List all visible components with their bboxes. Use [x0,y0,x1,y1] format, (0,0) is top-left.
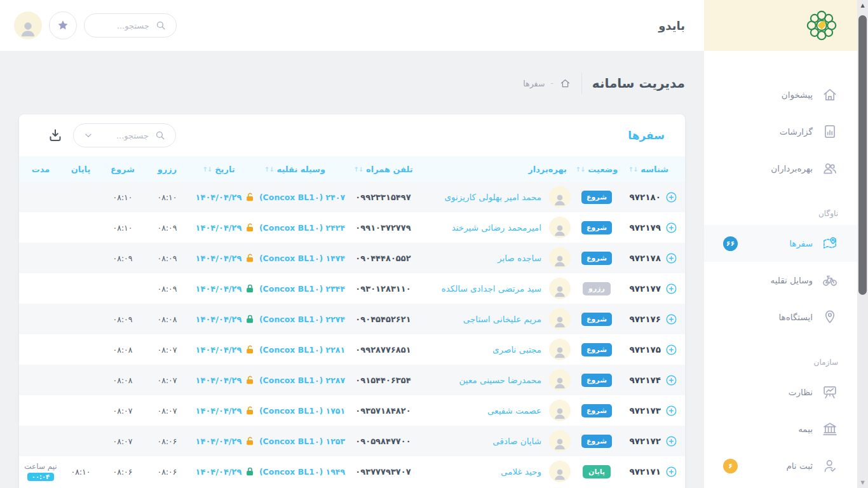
reserve-time: ۰۸:۰۶ [145,456,189,487]
vehicle-link[interactable]: (Concox BL1۰) ۲۲۸۱ [259,345,345,355]
expand-row-icon[interactable] [665,252,677,264]
sidebar-item-reports[interactable]: گزارشات [704,113,857,150]
start-time: ۰۸:۱۰ [100,212,145,243]
operator-name-link[interactable]: ساجده صابر [498,253,541,263]
home-icon[interactable] [559,78,571,90]
expand-row-icon[interactable] [665,191,677,203]
column-header[interactable]: وسیله نقلیه↓↑ [248,165,342,174]
download-icon[interactable] [48,128,63,143]
favorites-button[interactable] [49,11,77,39]
sort-icon[interactable]: ↓↑ [202,166,212,173]
search-icon [154,19,167,32]
vehicle-link[interactable]: (Concox BL1۰) ۲۲۷۴ [259,315,345,324]
column-header[interactable]: تاریخ↓↑ [189,165,248,174]
trip-date: ۱۴۰۴/۰۴/۲۹ [189,273,248,304]
end-time [61,395,100,426]
duration-cell [20,243,61,273]
operator-name-link[interactable]: مجتبی ناصری [492,344,541,355]
sidebar-item-insurance[interactable]: بیمه [704,410,857,447]
trip-row: ۹۷۲۱۸۰شروعمحمد امیر بهلولی کاریزنوی۰۹۹۲۳… [19,182,685,212]
user-avatar[interactable] [14,11,42,39]
column-header[interactable]: تلفن همراه↓↑ [342,165,424,174]
operator-name-link[interactable]: محمدرضا حسینی معین [459,375,541,385]
card-title: سفرها [628,129,665,142]
trip-id: ۹۷۲۱۷۱ [630,466,661,477]
expand-row-icon[interactable] [665,222,677,234]
operator-name-link[interactable]: مریم علیخانی استاجی [463,314,541,324]
report-icon [822,123,838,140]
trip-date: ۱۴۰۴/۰۴/۲۹ [189,456,248,487]
end-time [61,182,100,212]
sidebar-item-dashboard[interactable]: پیشخوان [704,76,857,113]
operator-name-link[interactable]: محمد امیر بهلولی کاریزنوی [444,192,541,202]
expand-row-icon[interactable] [665,405,677,417]
chevron-down-icon[interactable] [83,130,94,141]
trip-date: ۱۴۰۴/۰۴/۲۹ [189,304,248,334]
scrollbar[interactable]: ▲ ▼ [857,0,868,488]
sidebar-item-partial[interactable] [704,484,857,488]
sort-icon[interactable]: ↓↑ [628,166,638,173]
vehicle-link[interactable]: (Concox BL1۰) ۲۲۸۷ [259,376,345,385]
trip-id: ۹۷۲۱۷۴ [630,375,661,385]
column-header[interactable]: شناسه↓↑ [621,165,685,174]
sort-icon[interactable]: ↓↑ [353,166,363,173]
vehicle-link[interactable]: (Concox BL1۰) ۱۹۴۹ [259,467,345,477]
sidebar-item-registration[interactable]: ثبت نام۶ [704,447,857,484]
sort-icon[interactable]: ↓↑ [264,166,274,173]
operator-name-link[interactable]: عصمت شفیعی [487,405,541,416]
sort-icon[interactable]: ↓↑ [576,166,585,173]
avatar [549,369,571,391]
operator-name-link[interactable]: شایان صادقی [492,436,541,446]
vehicle-link[interactable]: (Concox BL1۰) ۲۴۲۴ [259,223,345,233]
sidebar-item-operators[interactable]: بهره‌برداران [704,150,857,187]
reserve-time: ۰۸:۰۷ [145,395,189,426]
sidebar-section-label: ناوگان [704,202,857,225]
global-search-input[interactable] [93,21,149,30]
avatar [549,217,571,238]
register-icon [822,458,838,474]
operator-name-link[interactable]: سید مرتضی اجدادی سالکده [442,283,541,294]
start-time: ۰۸:۰۹ [100,304,145,334]
home-icon [822,86,838,103]
scrollbar-down-button[interactable]: ▼ [857,477,868,488]
trip-date: ۱۴۰۴/۰۴/۲۹ [189,426,248,456]
page-content: مدیریت سامانه - سفرها سفرها شناسه↓↑وضعیت… [0,67,704,488]
reserve-time: ۰۸:۰۹ [145,273,189,304]
start-time: ۰۸:۰۷ [100,395,145,426]
sidebar-item-stations[interactable]: ایستگاه‌ها [704,299,857,336]
trip-id: ۹۷۲۱۷۷ [630,283,661,294]
expand-row-icon[interactable] [665,344,677,356]
trip-date: ۱۴۰۴/۰۴/۲۹ [189,182,248,212]
phone-number: ۰۹۳۵۷۱۸۴۸۲۰ [342,395,424,426]
vehicle-link[interactable]: (Concox BL1۰) ۱۲۵۳ [259,437,345,446]
person-silhouette-icon [17,18,39,39]
breadcrumb-current[interactable]: سفرها [523,79,545,88]
vehicle-link[interactable]: (Concox BL1۰) ۲۴۰۷ [259,193,345,202]
sidebar-item-label: سفرها [789,238,813,248]
operator-name-link[interactable]: امیرمحمد رضائی شیرخند [452,222,541,233]
column-label: رزرو [158,165,177,174]
sidebar-item-label: بهره‌برداران [771,163,813,173]
expand-row-icon[interactable] [665,313,677,325]
table-search-input[interactable] [99,131,149,140]
vehicle-link[interactable]: (Concox BL1۰) ۱۷۵۱ [259,406,345,416]
app-title: بایدو [658,19,685,32]
expand-row-icon[interactable] [665,283,677,295]
vehicle-link[interactable]: (Concox BL1۰) ۲۳۴۴ [259,284,345,294]
sidebar-item-vehicles[interactable]: وسایل نقلیه [704,262,857,299]
sidebar-item-monitoring[interactable]: نظارت [704,374,857,410]
main-area: بایدو مدیریت سامانه - سفرها سفرها [0,0,704,488]
end-time [61,212,100,243]
sidebar-item-trips[interactable]: سفرها۶۶ [704,225,857,262]
trip-date: ۱۴۰۴/۰۴/۲۹ [189,334,248,365]
expand-row-icon[interactable] [665,435,677,447]
operator-name-link[interactable]: وحید غلامی [501,466,541,477]
column-header[interactable]: وضعیت↓↑ [572,165,621,174]
scrollbar-up-button[interactable]: ▲ [857,0,868,11]
end-time [61,365,100,395]
expand-row-icon[interactable] [665,466,677,478]
scrollbar-thumb[interactable] [858,15,867,295]
vehicle-link[interactable]: (Concox BL1۰) ۱۴۷۴ [259,254,345,263]
trip-row: ۹۷۲۱۷۴شروعمحمدرضا حسینی معین۰۹۱۵۴۴۰۶۳۵۴(… [19,365,685,395]
expand-row-icon[interactable] [665,374,677,386]
